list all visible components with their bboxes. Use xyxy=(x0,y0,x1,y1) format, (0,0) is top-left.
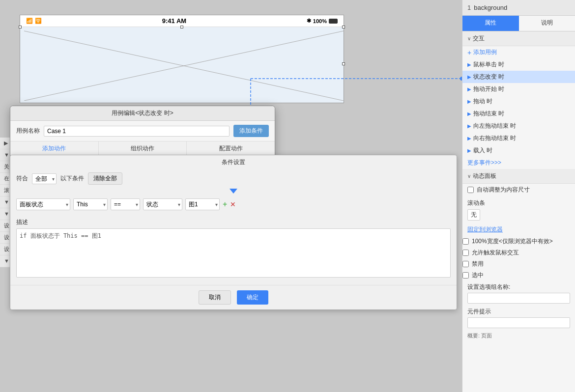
option-row-3: 选中 xyxy=(462,270,575,281)
add-condition-btn[interactable]: 添加条件 xyxy=(233,125,269,137)
add-condition-row-btn[interactable]: + xyxy=(223,200,227,209)
event-icon-6: ▶ xyxy=(467,136,471,141)
event-label-1: 状态改变 时 xyxy=(473,73,504,81)
event-label-7: 载入 时 xyxy=(473,146,492,155)
mobile-placeholder-svg xyxy=(20,27,344,101)
sidebar-item-guan-label: 关 xyxy=(4,164,9,169)
organize-action-label: 组织动作 xyxy=(131,145,154,152)
event-label-4: 拖动结束 时 xyxy=(473,110,504,118)
event-item-7[interactable]: ▶ 载入 时 xyxy=(462,144,575,157)
event-icon-3: ▶ xyxy=(467,99,471,104)
sidebar-arrow-link: ▶ xyxy=(4,140,8,146)
description-label: 描述 xyxy=(16,218,451,226)
panel-number: 1 xyxy=(467,4,471,11)
usecase-name-label: 用例名称 xyxy=(16,127,40,135)
tab-description[interactable]: 说明 xyxy=(519,16,575,31)
option-group-name-row: 设置选项组名称: xyxy=(462,281,575,306)
battery-icon xyxy=(329,19,338,24)
section-dynamic-panel[interactable]: ∨ 动态面板 xyxy=(462,169,575,184)
status-time: 9:41 AM xyxy=(162,17,186,25)
status-left: 📶 🛜 xyxy=(26,18,42,24)
option-checkbox-0[interactable] xyxy=(462,238,469,245)
option-checkbox-3[interactable] xyxy=(462,272,469,279)
handle-tr[interactable] xyxy=(342,26,345,28)
condition-filter-row: 符合 全部 任意 以下条件 清除全部 xyxy=(10,169,457,188)
component-hint-input[interactable] xyxy=(467,317,570,328)
cond-col4-wrap: 状态 xyxy=(143,198,182,210)
auto-adjust-checkbox[interactable] xyxy=(467,187,474,193)
following-label: 以下条件 xyxy=(60,174,84,183)
cond-col1-wrap: 面板状态 xyxy=(16,198,70,210)
scroll-section: 滚动条 无 xyxy=(462,196,575,224)
sidebar-arrow-xian: ▼ xyxy=(4,211,9,217)
event-item-4[interactable]: ▶ 拖动结束 时 xyxy=(462,108,575,120)
event-item-2[interactable]: ▶ 拖动开始 时 xyxy=(462,83,575,95)
condition-dialog: 条件设置 符合 全部 任意 以下条件 清除全部 面板状态 xyxy=(10,155,457,310)
option-group-input[interactable] xyxy=(467,293,570,304)
remove-condition-row-btn[interactable]: ✕ xyxy=(230,200,236,208)
event-item-6[interactable]: ▶ 向右拖动结束 时 xyxy=(462,132,575,144)
svg-point-7 xyxy=(460,77,462,81)
option-row-2: 禁用 xyxy=(462,258,575,270)
cancel-btn[interactable]: 取消 xyxy=(199,290,231,305)
cond-col2-wrap: This xyxy=(73,198,108,210)
cond-col3-select[interactable]: == != > < xyxy=(111,198,140,210)
option-label-3: 选中 xyxy=(472,271,484,280)
arrow-indicator xyxy=(10,188,457,195)
mobile-content xyxy=(20,27,344,101)
option-checkbox-2[interactable] xyxy=(462,261,469,267)
more-events-btn[interactable]: 更多事件>>> xyxy=(462,157,575,169)
event-item-5[interactable]: ▶ 向左拖动结束 时 xyxy=(462,120,575,132)
event-icon-1: ▶ xyxy=(467,74,471,80)
config-action-label: 配置动作 xyxy=(219,145,243,152)
sidebar-arrow-yuanjian: ▼ xyxy=(4,199,9,205)
option-label-0: 100%宽度<仅限浏览器中有效> xyxy=(472,237,553,246)
event-label-2: 拖动开始 时 xyxy=(473,85,504,93)
cond-col5-select[interactable]: 图1 图2 图3 xyxy=(185,198,220,210)
dynamic-panel-toggle: ∨ xyxy=(467,173,471,179)
handle-tm[interactable] xyxy=(180,26,183,28)
clear-all-btn[interactable]: 清除全部 xyxy=(88,172,122,185)
auto-adjust-label: 自动调整为内容尺寸 xyxy=(477,186,530,194)
handle-mr[interactable] xyxy=(342,62,345,65)
match-select[interactable]: 全部 任意 xyxy=(32,173,57,184)
event-item-0[interactable]: ▶ 鼠标单击 时 xyxy=(462,58,575,71)
sidebar-arrow-da: ▼ xyxy=(4,152,9,158)
tab-properties[interactable]: 属性 xyxy=(462,16,519,31)
cond-col1-select[interactable]: 面板状态 xyxy=(16,198,70,210)
scroll-label: 滚动条 xyxy=(467,199,570,207)
option-row-1: 允许触发鼠标交互 xyxy=(462,247,575,258)
cond-col2-select[interactable]: This xyxy=(73,198,108,210)
bluetooth-icon: ✱ xyxy=(307,18,311,24)
sidebar-item-gun-label: 滚 xyxy=(4,187,9,193)
add-usecase-label: 添加用例 xyxy=(473,48,497,56)
event-icon-5: ▶ xyxy=(467,123,471,129)
cond-col4-select[interactable]: 状态 xyxy=(143,198,182,210)
match-label: 符合 xyxy=(16,174,28,183)
add-usecase-btn[interactable]: + 添加用例 xyxy=(462,46,575,58)
description-textarea[interactable] xyxy=(16,228,451,278)
event-icon-0: ▶ xyxy=(467,62,471,67)
mobile-frame: 📶 🛜 9:41 AM ✱ 100% xyxy=(20,15,344,103)
option-group-label: 设置选项组名称: xyxy=(467,283,570,291)
component-hint-label: 元件提示 xyxy=(467,308,570,316)
event-icon-2: ▶ xyxy=(467,86,471,92)
sidebar-item-zai-label: 在 xyxy=(4,175,9,181)
battery-pct: 100% xyxy=(313,18,327,24)
browser-fix-link[interactable]: 固定到浏览器 xyxy=(462,224,575,236)
usecase-name-input[interactable] xyxy=(44,126,230,137)
section-interaction[interactable]: ∨ 交互 xyxy=(462,31,575,46)
option-checkbox-1[interactable] xyxy=(462,250,469,256)
handle-tl[interactable] xyxy=(19,26,22,28)
option-label-1: 允许触发鼠标交互 xyxy=(472,249,519,257)
event-item-3[interactable]: ▶ 拖动 时 xyxy=(462,95,575,108)
section-interaction-label: 交互 xyxy=(473,34,485,43)
event-item-1[interactable]: ▶ 状态改变 时 xyxy=(462,71,575,83)
panel-tabs: 属性 说明 xyxy=(462,16,575,31)
usecase-name-row: 用例名称 添加条件 xyxy=(10,121,275,141)
add-action-link[interactable]: 添加动作 xyxy=(42,145,66,152)
event-label-5: 向左拖动结束 时 xyxy=(473,122,516,130)
event-icon-7: ▶ xyxy=(467,148,471,153)
confirm-btn[interactable]: 确定 xyxy=(237,290,268,305)
canvas-area: 📶 🛜 9:41 AM ✱ 100% xyxy=(0,0,462,392)
